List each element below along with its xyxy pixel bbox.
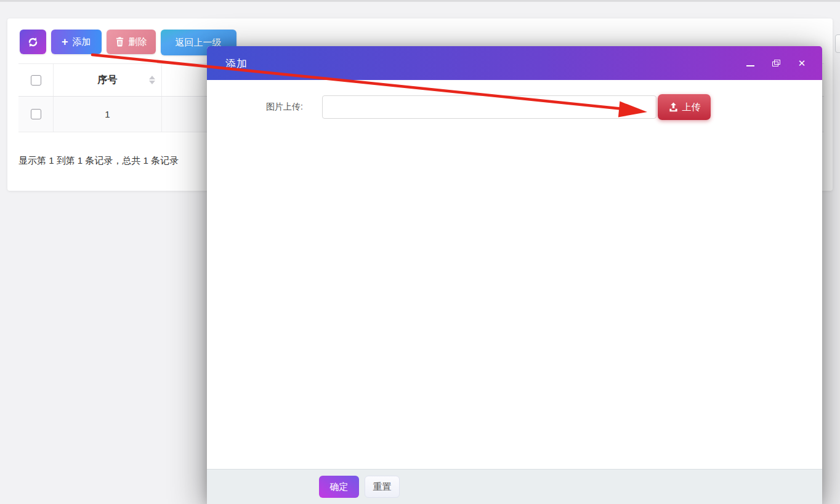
- minimize-icon[interactable]: [743, 57, 757, 70]
- add-button-label: 添加: [73, 36, 91, 48]
- reset-button[interactable]: 重置: [365, 476, 400, 498]
- plus-icon: +: [62, 36, 68, 47]
- delete-button[interactable]: 删除: [107, 30, 156, 54]
- clipped-toolbar-button[interactable]: [835, 34, 840, 53]
- delete-button-label: 删除: [129, 36, 147, 48]
- row-serial-value: 1: [105, 109, 110, 119]
- refresh-button[interactable]: [20, 30, 46, 54]
- close-icon[interactable]: ✕: [795, 57, 809, 70]
- page-top-border: [0, 0, 840, 2]
- row-serial-cell: 1: [53, 97, 161, 132]
- add-button[interactable]: + 添加: [51, 30, 102, 54]
- dialog-body: 图片上传: 上传: [207, 80, 822, 469]
- row-checkbox[interactable]: [31, 109, 41, 119]
- dialog-window-controls: ✕: [743, 46, 809, 80]
- dialog-footer: 确定 重置: [207, 469, 822, 504]
- serial-header-label: 序号: [98, 74, 118, 87]
- add-dialog: 添加 ✕ 图片上传: 上传 确定 重置: [207, 46, 822, 504]
- table-toolbar: + 添加 删除 返回上一级: [20, 30, 236, 55]
- header-select-all-cell: [18, 64, 53, 96]
- dialog-title: 添加: [225, 56, 248, 70]
- row-select-cell: [18, 97, 53, 132]
- confirm-button[interactable]: 确定: [319, 476, 359, 498]
- header-serial-cell[interactable]: 序号: [53, 64, 161, 96]
- record-summary: 显示第 1 到第 1 条记录，总共 1 条记录: [18, 155, 179, 167]
- upload-icon: [668, 102, 679, 112]
- upload-button[interactable]: 上传: [658, 94, 711, 120]
- restore-icon[interactable]: [769, 57, 783, 70]
- refresh-icon: [27, 36, 39, 48]
- dialog-titlebar[interactable]: 添加 ✕: [207, 46, 822, 80]
- upload-button-label: 上传: [682, 102, 701, 113]
- trash-icon: [115, 37, 124, 47]
- select-all-checkbox[interactable]: [31, 75, 41, 86]
- image-upload-input[interactable]: [322, 95, 656, 119]
- sort-icon[interactable]: [149, 76, 155, 84]
- image-upload-form-row: 图片上传: 上传: [259, 94, 822, 120]
- image-upload-label: 图片上传:: [259, 102, 303, 113]
